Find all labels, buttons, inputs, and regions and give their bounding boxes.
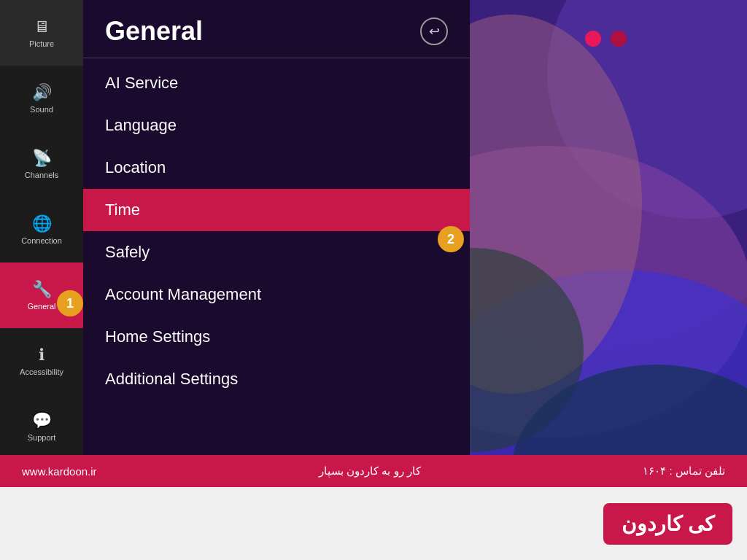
back-button[interactable]: ↩ — [420, 18, 448, 45]
panel-title: General — [105, 16, 203, 47]
menu-item-account-management[interactable]: Account Management — [83, 273, 470, 316]
main-panel: General ↩ AI ServiceLanguageLocationTime… — [83, 0, 470, 459]
menu-item-ai-service[interactable]: AI Service — [83, 62, 470, 104]
bottom-bar: تلفن تماس : ۱۶۰۴ کار رو به کاردون بسپار … — [0, 455, 747, 487]
sidebar-item-sound[interactable]: 🔊 Sound — [0, 66, 83, 131]
menu-list: AI ServiceLanguageLocationTimeSafelyAcco… — [83, 58, 470, 404]
badge-1: 1 — [57, 290, 83, 316]
sidebar-label-connection: Connection — [21, 236, 62, 245]
connection-icon: 🌐 — [32, 214, 52, 233]
phone-label: تلفن تماس : ۱۶۰۴ — [643, 464, 725, 478]
logo-bar: کی کاردون — [0, 487, 747, 560]
menu-item-safely[interactable]: Safely — [83, 231, 470, 273]
kardoon-logo: کی کاردون — [603, 503, 732, 545]
decorative-dot-1 — [585, 31, 601, 47]
sidebar-label-picture: Picture — [29, 39, 54, 48]
sound-icon: 🔊 — [32, 83, 52, 102]
menu-item-location[interactable]: Location — [83, 147, 470, 189]
decorative-dot-2 — [611, 31, 627, 47]
menu-item-language[interactable]: Language — [83, 104, 470, 147]
general-icon: 🔧 — [32, 280, 52, 299]
badge-2: 2 — [438, 226, 464, 252]
support-icon: 💬 — [32, 411, 52, 430]
sidebar-label-sound: Sound — [30, 105, 53, 114]
sidebar-item-connection[interactable]: 🌐 Connection — [0, 197, 83, 262]
website-label: www.kardoon.ir — [22, 465, 97, 478]
panel-header: General ↩ — [83, 0, 470, 58]
sidebar-item-channels[interactable]: 📡 Channels — [0, 131, 83, 197]
sidebar-item-support[interactable]: 💬 Support — [0, 394, 83, 459]
sidebar: 🖥 Picture 🔊 Sound 📡 Channels 🌐 Connectio… — [0, 0, 83, 459]
accessibility-icon: ℹ — [39, 346, 44, 365]
sidebar-item-accessibility[interactable]: ℹ Accessibility — [0, 328, 83, 394]
sidebar-item-picture[interactable]: 🖥 Picture — [0, 0, 83, 66]
sidebar-label-general: General — [27, 302, 55, 311]
channels-icon: 📡 — [32, 149, 52, 168]
sidebar-label-accessibility: Accessibility — [20, 368, 63, 376]
menu-item-additional-settings[interactable]: Additional Settings — [83, 358, 470, 400]
sidebar-label-support: Support — [28, 433, 56, 442]
picture-icon: 🖥 — [34, 18, 50, 36]
menu-item-time[interactable]: Time — [83, 189, 470, 231]
middle-label: کار رو به کاردون بسپار — [319, 464, 421, 478]
sidebar-label-channels: Channels — [25, 171, 58, 179]
menu-item-home-settings[interactable]: Home Settings — [83, 316, 470, 358]
